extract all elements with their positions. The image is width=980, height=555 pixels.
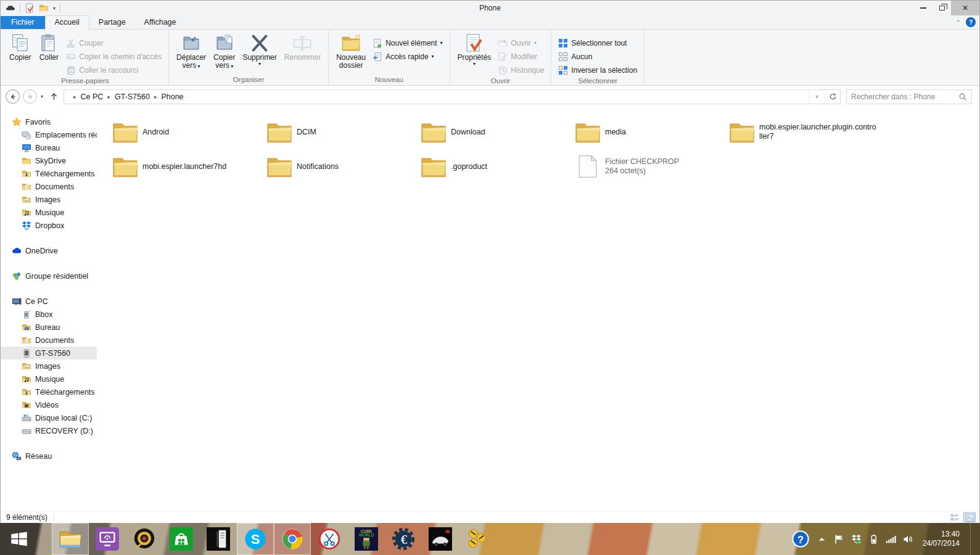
ribbon-button-copier[interactable]: Copier bbox=[6, 30, 35, 62]
ribbon-button-inverser-la-s-lection[interactable]: Inverser la sélection bbox=[555, 64, 640, 77]
breadcrumb-ce-pc[interactable]: Ce PC bbox=[80, 92, 105, 101]
recent-pages-dropdown-icon[interactable]: ▾ bbox=[41, 94, 43, 99]
ribbon-button-acc-s-rapide[interactable]: Accès rapide▾ bbox=[369, 50, 445, 64]
ribbon-button-supprimer[interactable]: Supprimer▾ bbox=[239, 30, 280, 67]
taskbar-webcam-icon[interactable] bbox=[126, 523, 163, 555]
ribbon-collapse-icon[interactable]: ⌃ bbox=[956, 20, 961, 25]
folder-tile-media[interactable]: media bbox=[573, 115, 727, 149]
breadcrumb-chevron-icon[interactable]: ▸ bbox=[70, 94, 80, 100]
taskbar-store-icon[interactable] bbox=[163, 523, 200, 555]
sidebar-item-gt-s7560[interactable]: GT-S7560 bbox=[1, 347, 97, 360]
folder-icon[interactable] bbox=[39, 3, 49, 13]
address-dropdown-icon[interactable]: ˅ bbox=[809, 90, 825, 104]
back-button[interactable] bbox=[6, 89, 20, 104]
address-bar[interactable]: ▸Ce PC▸GT-S7560▸Phone ˅ bbox=[64, 89, 841, 104]
ribbon-button-s-lectionner-tout[interactable]: Sélectionner tout bbox=[555, 36, 640, 50]
up-button[interactable] bbox=[49, 92, 59, 101]
sidebar-item-t-l-chargements[interactable]: Téléchargements bbox=[1, 167, 97, 180]
battery-icon[interactable] bbox=[868, 534, 879, 545]
folder-tile-dcim[interactable]: DCIM bbox=[265, 115, 419, 149]
tab-accueil[interactable]: Accueil bbox=[45, 15, 89, 30]
search-icon[interactable] bbox=[958, 92, 967, 101]
view-thumbnails-icon[interactable] bbox=[963, 512, 976, 522]
action-center-flag-icon[interactable] bbox=[834, 534, 844, 545]
clock[interactable]: 13:40 24/07/2014 bbox=[923, 530, 960, 548]
ribbon-button-propri-t-s[interactable]: Propriétés▾ bbox=[454, 30, 495, 67]
sidebar-item-images[interactable]: Images bbox=[1, 193, 97, 206]
sidebar-item-emplacements-r-cents[interactable]: Emplacements récents bbox=[1, 128, 97, 141]
close-button[interactable]: ✕ bbox=[951, 1, 979, 15]
folder-tile--goproduct[interactable]: .goproduct bbox=[419, 149, 573, 184]
taskbar-snip-icon[interactable] bbox=[311, 523, 348, 555]
start-button[interactable] bbox=[0, 523, 38, 555]
ribbon-button-couper[interactable]: Couper bbox=[63, 36, 165, 50]
help-icon[interactable]: ? bbox=[966, 17, 976, 27]
folder-tile-download[interactable]: Download bbox=[419, 115, 573, 149]
taskbar-explorer-icon[interactable] bbox=[52, 523, 89, 555]
sidebar-item-vid-os[interactable]: Vidéos bbox=[1, 398, 97, 411]
volume-icon[interactable] bbox=[903, 534, 913, 545]
sidebar-item-recovery-d-[interactable]: RECOVERY (D:) bbox=[1, 424, 97, 437]
view-details-icon[interactable] bbox=[949, 512, 961, 522]
qat-dropdown-icon[interactable]: ▾ bbox=[53, 6, 56, 11]
ribbon-button-nouvel-l-ment[interactable]: Nouvel élément▾ bbox=[369, 36, 445, 50]
sidebar-item-onedrive[interactable]: OneDrive bbox=[1, 244, 97, 257]
sidebar-item-images[interactable]: Images bbox=[1, 360, 97, 372]
tab-partage[interactable]: Partage bbox=[89, 16, 135, 29]
sidebar-item-ce-pc[interactable]: Ce PC bbox=[1, 295, 97, 308]
sidebar-item-documents[interactable]: Documents bbox=[1, 334, 97, 347]
breadcrumb-phone[interactable]: Phone bbox=[160, 92, 184, 101]
breadcrumb-chevron-icon[interactable]: ▸ bbox=[104, 94, 113, 100]
sidebar-item-t-l-chargements[interactable]: Téléchargements bbox=[1, 385, 97, 398]
sidebar-item-skydrive[interactable]: SkyDrive bbox=[1, 154, 97, 167]
ribbon-button-nouveau-dossier[interactable]: Nouveaudossier bbox=[332, 30, 369, 70]
restore-button[interactable] bbox=[933, 1, 951, 15]
file-tile-checkprop[interactable]: Fichier CHECKPROP264 octet(s) bbox=[573, 149, 727, 184]
refresh-button[interactable] bbox=[825, 90, 840, 104]
show-hidden-icons[interactable] bbox=[817, 534, 827, 545]
folder-tile-mobi-espier-launcher-plugin-controller7[interactable]: mobi.espier.launcher.plugin.controller7 bbox=[727, 115, 881, 149]
ribbon-button-copier-le-chemin-d-acc-s[interactable]: Copier le chemin d'accès bbox=[63, 50, 165, 64]
sidebar-item-groupe-r-sidentiel[interactable]: Groupe résidentiel bbox=[1, 269, 97, 282]
ribbon-button-ouvrir[interactable]: Ouvrir▾ bbox=[495, 36, 547, 50]
minimize-button[interactable] bbox=[914, 1, 933, 15]
sidebar-item-disque-local-c-[interactable]: Disque local (C:) bbox=[1, 411, 97, 424]
taskbar-cubeworld-icon[interactable]: CUBEWORLD bbox=[348, 523, 385, 555]
sidebar-item-bureau[interactable]: Bureau bbox=[1, 141, 97, 154]
show-desktop-button[interactable] bbox=[970, 523, 974, 555]
sidebar-item-r-seau[interactable]: Réseau bbox=[1, 450, 97, 462]
ribbon-button-historique[interactable]: Historique bbox=[495, 64, 547, 77]
taskbar-chrome-icon[interactable] bbox=[274, 523, 311, 555]
dropbox-tray-icon[interactable] bbox=[851, 534, 862, 545]
taskbar-skype-icon[interactable]: S bbox=[237, 523, 274, 555]
sidebar-item-bbox[interactable]: Bbox bbox=[1, 308, 97, 321]
properties-icon[interactable] bbox=[25, 3, 35, 13]
folder-tile-notifications[interactable]: Notifications bbox=[265, 149, 419, 184]
taskbar-cast-icon[interactable] bbox=[89, 523, 126, 555]
folder-tile-mobi-espier-launcher7hd[interactable]: mobi.espier.launcher7hd bbox=[110, 149, 265, 184]
folder-tile-android[interactable]: Android bbox=[110, 115, 265, 149]
taskbar-cargame-icon[interactable] bbox=[422, 523, 459, 555]
taskbar-notes-icon[interactable] bbox=[200, 523, 237, 555]
tab-fichier[interactable]: Fichier bbox=[1, 16, 45, 29]
breadcrumb-chevron-icon[interactable]: ▸ bbox=[151, 94, 160, 100]
ribbon-button-coller[interactable]: Coller bbox=[35, 30, 63, 62]
ribbon-button-aucun[interactable]: Aucun bbox=[555, 50, 640, 64]
search-input[interactable]: Rechercher dans : Phone bbox=[846, 89, 972, 104]
sidebar-item-dropbox[interactable]: Dropbox bbox=[1, 219, 97, 232]
ribbon-button-modifier[interactable]: Modifier bbox=[495, 50, 547, 64]
breadcrumb-gt-s7560[interactable]: GT-S7560 bbox=[113, 92, 151, 101]
forward-button[interactable] bbox=[23, 89, 37, 104]
tab-affichage[interactable]: Affichage bbox=[135, 16, 186, 29]
taskbar-cheatengine-icon[interactable]: € bbox=[385, 523, 422, 555]
ribbon-button-d-placer-vers[interactable]: Déplacervers ▾ bbox=[173, 30, 210, 70]
sidebar-item-bureau[interactable]: Bureau bbox=[1, 321, 97, 334]
taskbar-hextools-icon[interactable] bbox=[459, 523, 496, 555]
ribbon-button-coller-le-raccourci[interactable]: Coller le raccourci bbox=[63, 64, 165, 77]
ribbon-button-copier-vers[interactable]: Copiervers ▾ bbox=[210, 30, 239, 70]
ribbon-button-renommer[interactable]: Renommer bbox=[281, 30, 324, 62]
sidebar-item-favoris[interactable]: Favoris bbox=[1, 115, 97, 128]
signal-icon[interactable] bbox=[886, 534, 896, 545]
sidebar-item-documents[interactable]: Documents bbox=[1, 180, 97, 193]
help-tray-icon[interactable]: ? bbox=[791, 530, 810, 548]
